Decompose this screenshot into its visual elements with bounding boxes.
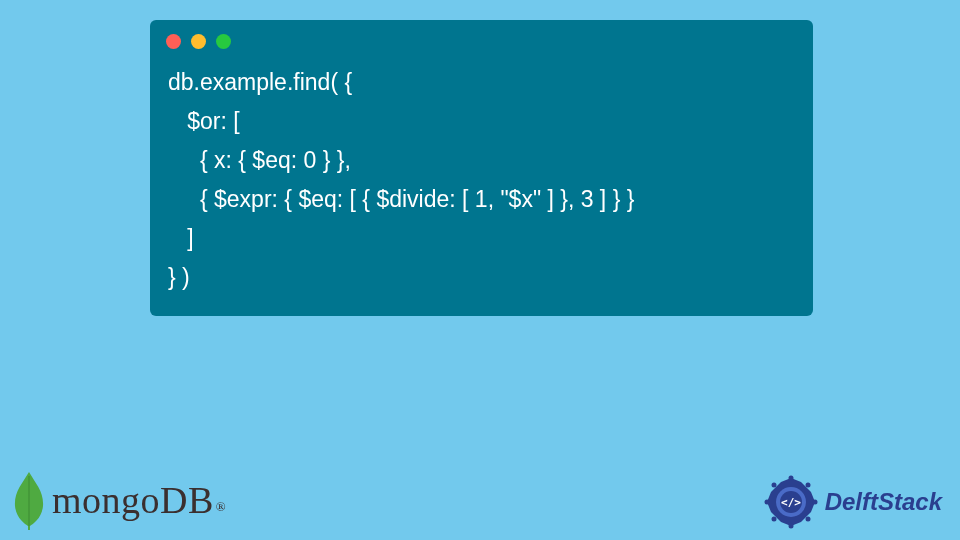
mongodb-text: mongoDB®: [52, 478, 224, 522]
svg-point-8: [788, 524, 793, 529]
svg-point-5: [805, 483, 810, 488]
svg-point-6: [812, 500, 817, 505]
footer: mongoDB® </> Delf: [0, 470, 960, 540]
code-line: $or: [: [168, 108, 240, 134]
close-icon: [166, 34, 181, 49]
svg-point-7: [805, 517, 810, 522]
code-line: db.example.find( {: [168, 69, 352, 95]
code-line: { x: { $eq: 0 } },: [168, 147, 351, 173]
code-line: { $expr: { $eq: [ { $divide: [ 1, "$x" ]…: [168, 186, 634, 212]
traffic-lights: [150, 20, 813, 59]
badge-icon: </>: [763, 474, 819, 530]
delftstack-logo: </> DelftStack: [763, 474, 942, 530]
delftstack-text: DelftStack: [825, 488, 942, 516]
code-window: db.example.find( { $or: [ { x: { $eq: 0 …: [150, 20, 813, 316]
code-line: ]: [168, 225, 194, 251]
svg-point-4: [788, 476, 793, 481]
maximize-icon: [216, 34, 231, 49]
mongodb-logo: mongoDB®: [12, 470, 224, 530]
svg-point-11: [771, 483, 776, 488]
svg-point-10: [764, 500, 769, 505]
minimize-icon: [191, 34, 206, 49]
leaf-icon: [12, 470, 46, 530]
code-line: } ): [168, 264, 190, 290]
code-block: db.example.find( { $or: [ { x: { $eq: 0 …: [150, 59, 813, 298]
svg-text:</>: </>: [781, 496, 801, 509]
svg-point-9: [771, 517, 776, 522]
